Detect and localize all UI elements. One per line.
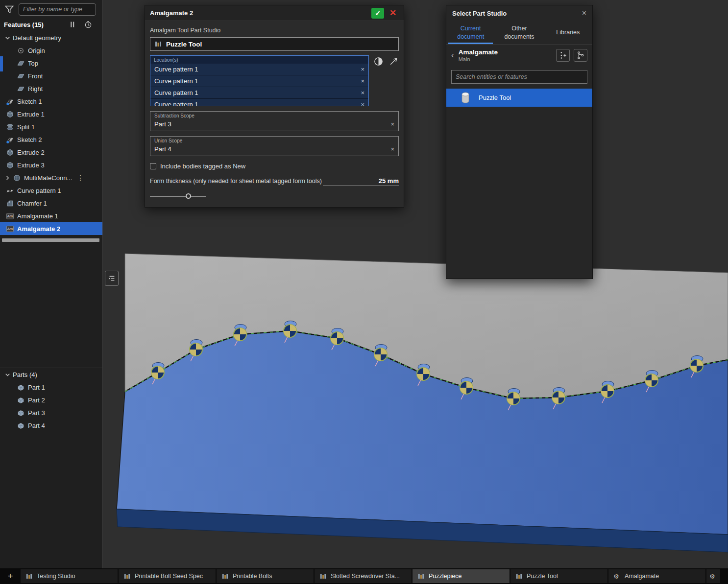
insert-plus-icon	[558, 51, 567, 60]
slider-thumb[interactable]	[186, 193, 191, 199]
union-scope-box[interactable]: Union Scope Part 4 ×	[150, 136, 399, 156]
remove-icon[interactable]: ×	[361, 77, 364, 85]
tab-current-document[interactable]: Current document	[446, 21, 495, 44]
part-label: Part 2	[28, 397, 45, 404]
feature-item-default-geometry[interactable]: Default geometry	[0, 31, 102, 44]
chevron-down-icon[interactable]	[4, 371, 11, 378]
parts-header[interactable]: Parts (4)	[0, 368, 102, 381]
feature-item-curve-pattern-1[interactable]: Curve pattern 1	[0, 184, 102, 197]
feature-item-extrude-2[interactable]: Extrude 2	[0, 146, 102, 159]
document-tabs: Testing StudioPrintable Bolt Seed SpecPr…	[21, 569, 721, 583]
feature-item-split-1[interactable]: Split 1	[0, 120, 102, 133]
back-chevron-icon[interactable]: ‹	[451, 50, 454, 60]
search-input[interactable]	[451, 70, 587, 84]
chevron-right-icon[interactable]	[4, 174, 11, 182]
feature-item-extrude-1[interactable]: Extrude 1	[0, 108, 102, 120]
doc-tab-partial[interactable]: ⚙	[706, 569, 720, 583]
part-label: Part 4	[28, 422, 45, 429]
rollback-bar[interactable]	[2, 238, 99, 242]
include-new-bodies-checkbox[interactable]	[150, 163, 156, 169]
feature-item-amalgamate-2[interactable]: AmAmalgamate 2	[0, 222, 102, 235]
doc-tab-printable-bolts[interactable]: Printable Bolts	[217, 569, 314, 583]
cancel-button[interactable]: ✕	[387, 8, 399, 19]
part-studio-field[interactable]: Puzzle Tool	[150, 37, 399, 51]
part-item-part-1[interactable]: Part 1	[0, 381, 102, 394]
remove-icon[interactable]: ×	[390, 120, 394, 128]
location-row[interactable]: Curve pattern 1×	[150, 75, 368, 87]
union-scope-value: Part 4	[154, 145, 171, 153]
feature-list-toggle-button[interactable]	[105, 271, 119, 286]
doc-tab-amalgamate[interactable]: ⚙Amalgamate	[608, 569, 705, 583]
stopwatch-icon[interactable]	[84, 20, 93, 29]
feature-item-amalgamate-1[interactable]: AmAmalgamate 1	[0, 210, 102, 222]
feature-label: Right	[28, 85, 43, 93]
remove-icon[interactable]: ×	[361, 66, 364, 73]
locations-listbox[interactable]: Location(s) Curve pattern 1×Curve patter…	[150, 55, 369, 106]
insert-button[interactable]	[556, 49, 570, 62]
location-row[interactable]: Curve pattern 1×	[150, 87, 368, 99]
parts-list: Part 1Part 2Part 3Part 4	[0, 381, 102, 432]
confirm-button[interactable]: ✓	[371, 8, 384, 19]
feature-item-sketch-1[interactable]: Sketch 1	[0, 95, 102, 108]
doc-tab-testing-studio[interactable]: Testing Studio	[21, 569, 118, 583]
feature-item-origin[interactable]: Origin	[0, 44, 102, 57]
feature-label: Extrude 3	[17, 162, 45, 169]
feature-label: Sketch 2	[17, 136, 42, 143]
select-pointer-icon[interactable]	[388, 56, 399, 67]
workspace-name: Main	[459, 56, 498, 62]
location-row[interactable]: Curve pattern 1×	[150, 99, 368, 106]
feature-label: Front	[28, 72, 43, 80]
subtraction-scope-label: Subtraction Scope	[154, 113, 394, 118]
thickness-slider[interactable]	[150, 193, 206, 199]
part-studio-item-label: Puzzle Tool	[479, 94, 511, 101]
location-row[interactable]: Curve pattern 1×	[150, 64, 368, 75]
part-item-part-3[interactable]: Part 3	[0, 406, 102, 419]
filter-input[interactable]	[19, 3, 96, 16]
transparency-toggle-icon[interactable]	[373, 56, 384, 67]
part-item-part-4[interactable]: Part 4	[0, 419, 102, 432]
remove-icon[interactable]: ×	[361, 101, 364, 106]
slider-track	[150, 196, 206, 197]
doc-tab-printable-bolt-seed-spec[interactable]: Printable Bolt Seed Spec	[119, 569, 216, 583]
doc-tab-puzzle-tool[interactable]: Puzzle Tool	[510, 569, 607, 583]
feature-item-chamfer-1[interactable]: Chamfer 1	[0, 197, 102, 210]
remove-icon[interactable]: ×	[361, 89, 364, 96]
selected-plane-indicator	[0, 56, 3, 71]
branch-icon	[576, 51, 585, 60]
feature-item-right[interactable]: Right	[0, 82, 102, 95]
features-header: Features (15)	[0, 19, 102, 30]
feature-item-multimateconn[interactable]: MultiMateConn...⋮	[0, 171, 102, 184]
part-item-part-2[interactable]: Part 2	[0, 394, 102, 406]
sketch-icon	[6, 136, 14, 144]
feature-item-extrude-3[interactable]: Extrude 3	[0, 159, 102, 171]
close-icon[interactable]: ×	[582, 9, 586, 18]
tab-other-documents[interactable]: Other documents	[495, 21, 543, 44]
subtraction-scope-box[interactable]: Subtraction Scope Part 3 ×	[150, 111, 399, 131]
feature-label: Chamfer 1	[17, 200, 47, 207]
doc-tab-label: Amalgamate	[625, 573, 659, 580]
feature-label: Default geometry	[13, 34, 61, 42]
feature-item-sketch-2[interactable]: Sketch 2	[0, 133, 102, 146]
dialog-titlebar[interactable]: Amalgamate 2 ✓ ✕	[145, 5, 404, 21]
tab-libraries[interactable]: Libraries	[544, 21, 592, 44]
new-tab-button[interactable]: +	[0, 571, 21, 582]
doc-tab-label: Puzzlepiece	[429, 573, 461, 580]
plane-icon	[17, 59, 25, 68]
chevron-down-icon[interactable]	[4, 34, 11, 42]
feature-item-front[interactable]: Front	[0, 70, 102, 82]
svg-text:Am: Am	[7, 214, 13, 218]
svg-text:Am: Am	[7, 227, 13, 231]
feature-item-top[interactable]: Top	[0, 57, 102, 70]
kebab-menu-icon[interactable]: ⋮	[77, 174, 84, 182]
doc-tab-slotted-screwdriver-sta[interactable]: Slotted Screwdriver Sta...	[315, 569, 412, 583]
feature-label: MultiMateConn...	[24, 174, 72, 182]
doc-tab-puzzlepiece[interactable]: Puzzlepiece	[413, 569, 510, 583]
subtraction-scope-value: Part 3	[154, 120, 171, 128]
suppress-icon[interactable]	[68, 20, 77, 29]
version-graph-button[interactable]	[574, 49, 587, 62]
features-header-label: Features (15)	[4, 21, 44, 28]
thickness-value-field[interactable]: 25 mm	[323, 177, 399, 186]
part-studio-list-item[interactable]: Puzzle Tool	[446, 89, 592, 107]
remove-icon[interactable]: ×	[390, 145, 394, 153]
custom-feature-icon: Am	[6, 225, 14, 233]
